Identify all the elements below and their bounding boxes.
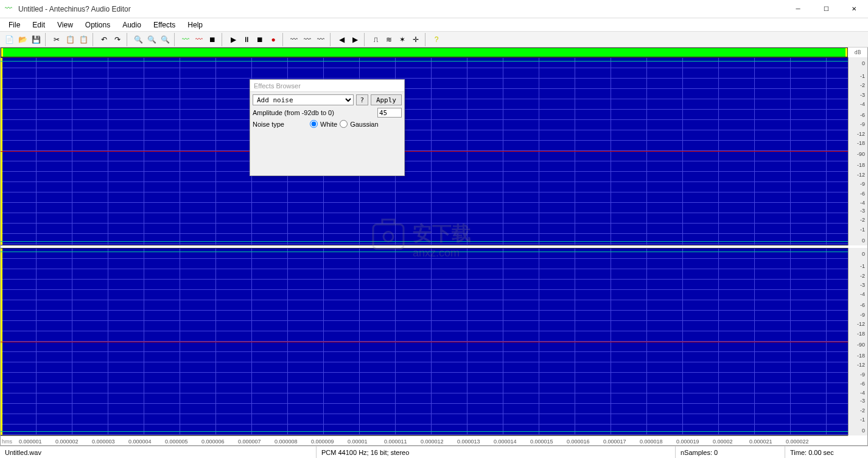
status-filename: Untitled.wav bbox=[0, 446, 317, 458]
fx2-icon[interactable]: 〰 bbox=[301, 33, 314, 46]
db-tick: 0 bbox=[862, 60, 865, 66]
maximize-button[interactable]: ☐ bbox=[812, 0, 840, 18]
save-icon[interactable]: 💾 bbox=[29, 33, 43, 46]
db-tick: 0 bbox=[862, 428, 865, 434]
db-tick: -3 bbox=[860, 92, 865, 98]
window-controls: ─ ☐ ✕ bbox=[784, 0, 868, 18]
time-tick: 0.000004 bbox=[128, 439, 152, 445]
time-tick: 0.000001 bbox=[19, 439, 42, 445]
record-icon[interactable]: ● bbox=[267, 33, 280, 46]
noise-white-radio[interactable] bbox=[310, 120, 318, 128]
db-scale-upper: 0-1-2-3-4-6-9-12-18-90-18-12-9-6-4-3-2-1… bbox=[848, 57, 867, 245]
statusbar: Untitled.wav PCM 44100 Hz; 16 bit; stere… bbox=[0, 446, 868, 458]
new-icon[interactable]: 📄 bbox=[2, 33, 16, 46]
db-tick: -12 bbox=[857, 362, 865, 368]
open-icon[interactable]: 📂 bbox=[16, 33, 29, 46]
wave-red-icon[interactable]: 〰 bbox=[192, 33, 206, 46]
time-tick: 0.000012 bbox=[421, 439, 444, 445]
toolbar-separator bbox=[282, 33, 286, 46]
play-icon[interactable]: ▶ bbox=[226, 33, 240, 46]
pause-icon[interactable]: ⏸ bbox=[240, 33, 253, 46]
time-tick: 0.000011 bbox=[384, 439, 407, 445]
db-tick: -1 bbox=[860, 227, 865, 233]
zoom-in-icon[interactable]: 🔍 bbox=[131, 33, 145, 46]
db-header: dB bbox=[848, 48, 867, 57]
db-tick: -3 bbox=[860, 398, 865, 404]
db-tick: -12 bbox=[857, 321, 865, 327]
time-tick: 0.000022 bbox=[786, 439, 809, 445]
time-tick: 0.000007 bbox=[238, 439, 261, 445]
fx3-icon[interactable]: 〰 bbox=[314, 33, 327, 46]
effect-apply-button[interactable]: Apply bbox=[371, 94, 402, 105]
paste-icon[interactable]: 📋 bbox=[77, 33, 90, 46]
noise-white-label: White bbox=[320, 121, 337, 128]
fx1-icon[interactable]: 〰 bbox=[287, 33, 301, 46]
db-tick: -2 bbox=[860, 217, 865, 223]
eq-icon[interactable]: ⎍ bbox=[369, 33, 382, 46]
help-icon[interactable]: ? bbox=[430, 33, 443, 46]
toolbar-separator bbox=[127, 33, 130, 46]
toolbar: 📄📂💾✂📋📋↶↷🔍🔍🔍〰〰⏹▶⏸⏹●〰〰〰◀▶⎍≋✶✛? bbox=[0, 32, 868, 48]
menu-audio[interactable]: Audio bbox=[116, 19, 147, 30]
effects-dialog-body: Add noise ? Apply Amplitude (from -92db … bbox=[250, 92, 404, 175]
db-scale: 0-1-2-3-4-6-9-12-18-90-18-12-9-6-4-3-2-1… bbox=[848, 57, 867, 435]
fade-in-icon[interactable]: ◀ bbox=[335, 33, 348, 46]
channel-right[interactable] bbox=[1, 248, 848, 436]
db-tick: -3 bbox=[860, 282, 865, 288]
redo-icon[interactable]: ↷ bbox=[111, 33, 124, 46]
db-tick: -4 bbox=[860, 101, 865, 107]
db-tick: -9 bbox=[860, 181, 865, 187]
noise-gaussian-radio[interactable] bbox=[340, 120, 348, 128]
stop-icon[interactable]: ⏹ bbox=[253, 33, 267, 46]
effects-dialog-title[interactable]: Effects Browser bbox=[250, 80, 404, 92]
time-tick: 0.000015 bbox=[530, 439, 553, 445]
cut-icon[interactable]: ✂ bbox=[50, 33, 63, 46]
db-tick: -3 bbox=[860, 208, 865, 214]
copy-icon[interactable]: 📋 bbox=[63, 33, 77, 46]
waveform-area[interactable] bbox=[1, 57, 848, 435]
toolbar-separator bbox=[364, 33, 368, 46]
menu-view[interactable]: View bbox=[51, 19, 79, 30]
time-axis[interactable]: hms 0.0000010.0000020.0000030.0000040.00… bbox=[1, 435, 848, 445]
menu-edit[interactable]: Edit bbox=[26, 19, 51, 30]
time-tick: 0.00001 bbox=[348, 439, 368, 445]
marker-icon[interactable]: ✛ bbox=[409, 33, 422, 46]
effects-browser-dialog[interactable]: Effects Browser Add noise ? Apply Amplit… bbox=[250, 79, 405, 176]
db-tick: -1 bbox=[860, 263, 865, 269]
db-tick: -9 bbox=[860, 121, 865, 127]
filter-icon[interactable]: ≋ bbox=[382, 33, 396, 46]
minimize-button[interactable]: ─ bbox=[784, 0, 812, 18]
time-tick: 0.00002 bbox=[713, 439, 733, 445]
app-icon: 〰 bbox=[5, 4, 15, 14]
fade-out-icon[interactable]: ▶ bbox=[348, 33, 362, 46]
undo-icon[interactable]: ↶ bbox=[97, 33, 111, 46]
menu-effects[interactable]: Effects bbox=[147, 19, 181, 30]
time-tick: 0.000006 bbox=[201, 439, 225, 445]
amplitude-label: Amplitude (from -92db to 0) bbox=[253, 109, 375, 116]
zero-line bbox=[1, 431, 848, 432]
db-tick: -4 bbox=[860, 200, 865, 206]
db-tick: -4 bbox=[860, 291, 865, 297]
toolbar-separator bbox=[93, 33, 96, 46]
stop2-icon[interactable]: ⏹ bbox=[206, 33, 219, 46]
wave-green-icon[interactable]: 〰 bbox=[179, 33, 192, 46]
close-button[interactable]: ✕ bbox=[840, 0, 868, 18]
time-unit-label: hms bbox=[2, 439, 12, 445]
channel-left[interactable] bbox=[1, 57, 848, 245]
amplitude-input[interactable] bbox=[377, 108, 402, 118]
time-tick: 0.000019 bbox=[676, 439, 699, 445]
db-tick: -9 bbox=[860, 372, 865, 378]
menu-options[interactable]: Options bbox=[79, 19, 116, 30]
zoom-fit-icon[interactable]: 🔍 bbox=[158, 33, 172, 46]
mix-icon[interactable]: ✶ bbox=[396, 33, 409, 46]
menubar: File Edit View Options Audio Effects Hel… bbox=[0, 18, 868, 32]
effect-help-button[interactable]: ? bbox=[356, 94, 368, 105]
menu-file[interactable]: File bbox=[2, 19, 26, 30]
menu-help[interactable]: Help bbox=[181, 19, 209, 30]
overview-bar[interactable] bbox=[1, 48, 848, 57]
time-tick: 0.000003 bbox=[92, 439, 115, 445]
zoom-out-icon[interactable]: 🔍 bbox=[145, 33, 158, 46]
effect-select[interactable]: Add noise bbox=[253, 94, 354, 105]
db-tick: -6 bbox=[860, 112, 865, 118]
zero-line bbox=[1, 241, 848, 242]
